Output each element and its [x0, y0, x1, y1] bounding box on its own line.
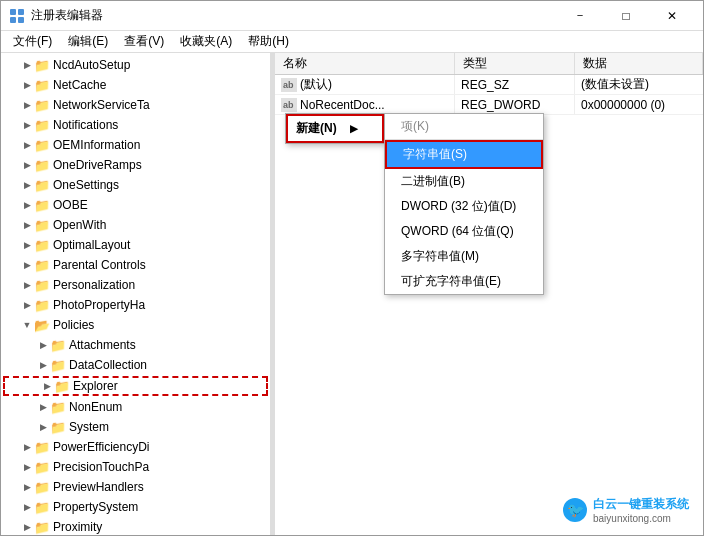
folder-icon: 📁	[34, 238, 50, 252]
minimize-button[interactable]: －	[557, 1, 603, 31]
tree-item-previewhandlers[interactable]: ▶ 📁 PreviewHandlers	[1, 477, 270, 497]
tree-item-optimallayout[interactable]: ▶ 📁 OptimalLayout	[1, 235, 270, 255]
cell-data: (数值未设置)	[575, 75, 703, 94]
submenu-item-dword[interactable]: DWORD (32 位)值(D)	[385, 194, 543, 219]
tree-item-oeminformation[interactable]: ▶ 📁 OEMInformation	[1, 135, 270, 155]
menu-bar: 文件(F) 编辑(E) 查看(V) 收藏夹(A) 帮助(H)	[1, 31, 703, 53]
expand-icon: ▶	[21, 501, 33, 513]
tree-item-personalization[interactable]: ▶ 📁 Personalization	[1, 275, 270, 295]
registry-editor-window: 注册表编辑器 － □ ✕ 文件(F) 编辑(E) 查看(V) 收藏夹(A) 帮助…	[0, 0, 704, 536]
tree-item-precisiontouchpa[interactable]: ▶ 📁 PrecisionTouchPa	[1, 457, 270, 477]
watermark: 🐦 白云一键重装系统 baiyunxitong.com	[557, 493, 695, 527]
expand-icon: ▶	[21, 481, 33, 493]
window-controls: － □ ✕	[557, 1, 695, 31]
tree-item-onedriveramps[interactable]: ▶ 📁 OneDriveRamps	[1, 155, 270, 175]
svg-rect-2	[10, 17, 16, 23]
tree-item-policies[interactable]: ▼ 📂 Policies	[1, 315, 270, 335]
menu-view[interactable]: 查看(V)	[116, 31, 172, 52]
app-icon	[9, 8, 25, 24]
folder-icon: 📁	[34, 440, 50, 454]
submenu-item-binary[interactable]: 二进制值(B)	[385, 169, 543, 194]
folder-icon: 📁	[34, 178, 50, 192]
new-menu-item[interactable]: 新建(N) ▶	[286, 114, 384, 143]
folder-icon: 📁	[34, 500, 50, 514]
cell-name: ab NoRecentDoc...	[275, 95, 455, 114]
tree-item-datacollection[interactable]: ▶ 📁 DataCollection	[1, 355, 270, 375]
expand-icon: ▶	[21, 199, 33, 211]
expand-icon: ▶	[21, 139, 33, 151]
tree-label: OneSettings	[53, 178, 119, 192]
tree-label: OptimalLayout	[53, 238, 130, 252]
folder-icon: 📁	[34, 480, 50, 494]
folder-icon: 📁	[50, 338, 66, 352]
svg-rect-1	[18, 9, 24, 15]
tree-label: OneDriveRamps	[53, 158, 142, 172]
submenu-item-expandstring[interactable]: 可扩充字符串值(E)	[385, 269, 543, 294]
folder-icon: 📁	[34, 258, 50, 272]
folder-icon: 📁	[34, 198, 50, 212]
tree-item-onesettings[interactable]: ▶ 📁 OneSettings	[1, 175, 270, 195]
maximize-button[interactable]: □	[603, 1, 649, 31]
submenu-item-qword[interactable]: QWORD (64 位值(Q)	[385, 219, 543, 244]
tree-label: System	[69, 420, 109, 434]
tree-item-system[interactable]: ▶ 📁 System	[1, 417, 270, 437]
expand-icon: ▼	[21, 319, 33, 331]
tree-item-ncdautosetup[interactable]: ▶ 📁 NcdAutoSetup	[1, 55, 270, 75]
folder-icon: 📁	[34, 218, 50, 232]
expand-icon: ▶	[21, 59, 33, 71]
table-row[interactable]: ab NoRecentDoc... REG_DWORD 0x00000000 (…	[275, 95, 703, 115]
tree-item-nonenum[interactable]: ▶ 📁 NonEnum	[1, 397, 270, 417]
folder-icon: 📁	[54, 379, 70, 393]
close-button[interactable]: ✕	[649, 1, 695, 31]
col-header-name: 名称	[275, 53, 455, 74]
tree-item-propertysystem[interactable]: ▶ 📁 PropertySystem	[1, 497, 270, 517]
title-bar: 注册表编辑器 － □ ✕	[1, 1, 703, 31]
tree-item-explorer[interactable]: ▶ 📁 Explorer	[3, 376, 268, 396]
tree-label: OpenWith	[53, 218, 106, 232]
tree-label: OOBE	[53, 198, 88, 212]
folder-open-icon: 📂	[34, 318, 50, 332]
menu-help[interactable]: 帮助(H)	[240, 31, 297, 52]
folder-icon: 📁	[34, 278, 50, 292]
tree-label: PowerEfficiencyDi	[53, 440, 149, 454]
submenu-header: 项(K)	[385, 114, 543, 140]
tree-item-proximity[interactable]: ▶ 📁 Proximity	[1, 517, 270, 535]
submenu-item-multistring[interactable]: 多字符串值(M)	[385, 244, 543, 269]
table-row[interactable]: ab (默认) REG_SZ (数值未设置)	[275, 75, 703, 95]
tree-item-powerefficiencydi[interactable]: ▶ 📁 PowerEfficiencyDi	[1, 437, 270, 457]
tree-item-openwith[interactable]: ▶ 📁 OpenWith	[1, 215, 270, 235]
folder-icon: 📁	[34, 138, 50, 152]
expand-icon: ▶	[37, 339, 49, 351]
tree-label: PhotoPropertyHa	[53, 298, 145, 312]
cell-name: ab (默认)	[275, 75, 455, 94]
registry-tree[interactable]: ▶ 📁 NcdAutoSetup ▶ 📁 NetCache ▶ 📁 Networ…	[1, 53, 271, 535]
expand-icon: ▶	[21, 99, 33, 111]
reg-sz-icon: ab	[281, 78, 297, 92]
expand-icon: ▶	[41, 380, 53, 392]
col-header-data: 数据	[575, 53, 703, 74]
main-content: ▶ 📁 NcdAutoSetup ▶ 📁 NetCache ▶ 📁 Networ…	[1, 53, 703, 535]
menu-edit[interactable]: 编辑(E)	[60, 31, 116, 52]
folder-icon: 📁	[34, 460, 50, 474]
expand-icon: ▶	[21, 219, 33, 231]
watermark-url: baiyunxitong.com	[593, 513, 689, 524]
context-menu-overlay: 新建(N) ▶ 项(K) 字符串值(S) 二进制值	[285, 113, 544, 295]
tree-label: NetCache	[53, 78, 106, 92]
submenu-item-string[interactable]: 字符串值(S)	[385, 140, 543, 169]
tree-item-notifications[interactable]: ▶ 📁 Notifications	[1, 115, 270, 135]
tree-item-netcache[interactable]: ▶ 📁 NetCache	[1, 75, 270, 95]
tree-item-attachments[interactable]: ▶ 📁 Attachments	[1, 335, 270, 355]
tree-item-photopropertyha[interactable]: ▶ 📁 PhotoPropertyHa	[1, 295, 270, 315]
tree-item-oobe[interactable]: ▶ 📁 OOBE	[1, 195, 270, 215]
menu-file[interactable]: 文件(F)	[5, 31, 60, 52]
watermark-site: 白云一键重装系统	[593, 496, 689, 513]
submenu-arrow: ▶	[350, 123, 358, 134]
expand-icon: ▶	[21, 79, 33, 91]
tree-item-networkserviceta[interactable]: ▶ 📁 NetworkServiceTa	[1, 95, 270, 115]
tree-label: NetworkServiceTa	[53, 98, 150, 112]
expand-icon: ▶	[21, 299, 33, 311]
cell-type: REG_SZ	[455, 75, 575, 94]
expand-icon: ▶	[37, 401, 49, 413]
tree-item-parentalcontrols[interactable]: ▶ 📁 Parental Controls	[1, 255, 270, 275]
menu-favorites[interactable]: 收藏夹(A)	[172, 31, 240, 52]
